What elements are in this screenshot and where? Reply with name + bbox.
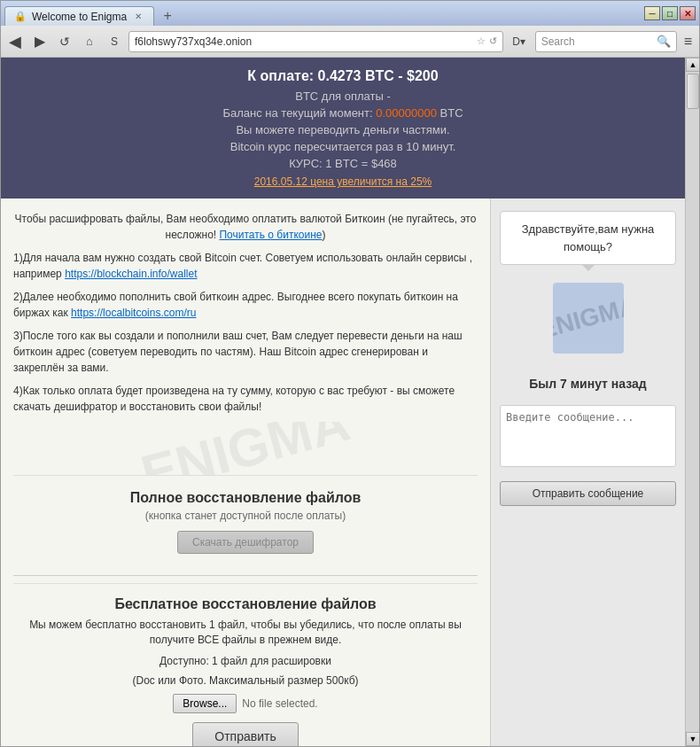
full-recovery-title: Полное восстановление файлов: [27, 490, 463, 506]
active-tab[interactable]: 🔒 Welcome to Enigma ✕: [4, 6, 154, 26]
chat-avatar: ENIGMA: [553, 283, 624, 354]
forward-button[interactable]: ▶: [29, 31, 51, 52]
title-bar: 🔒 Welcome to Enigma ✕ + ─ □ ✕: [1, 1, 699, 26]
file-types: (Doc или Фото. Максимальный размер 500кб…: [26, 674, 465, 687]
free-recovery-desc: Мы можем бесплатно восстановить 1 файл, …: [26, 618, 465, 648]
reload-button[interactable]: ↺: [54, 31, 75, 52]
free-recovery-section: Бесплатное восстановление файлов Мы може…: [13, 583, 478, 746]
message-input[interactable]: [500, 405, 676, 467]
step2-text: 2)Далее необходимо пополнить свой биткои…: [13, 289, 478, 321]
submit-button[interactable]: Отправить: [192, 722, 298, 746]
no-file-label: No file selected.: [242, 697, 317, 710]
free-recovery-title: Бесплатное восстановление файлов: [26, 596, 465, 612]
full-recovery-subtitle: (кнопка станет доступной после оплаты): [27, 510, 463, 522]
menu-button[interactable]: ≡: [681, 32, 696, 51]
search-icon: 🔍: [657, 35, 671, 48]
instructions-text: Чтобы расшифровать файлы, Вам необходимо…: [13, 211, 478, 415]
read-about-link[interactable]: Почитать о биткоине: [219, 229, 322, 241]
warning-label[interactable]: 2016.05.12 цена увеличится на 25%: [19, 175, 667, 188]
tabs-container: 🔒 Welcome to Enigma ✕ +: [4, 1, 177, 26]
address-text: f6lohswy737xq34e.onion: [135, 35, 477, 48]
navigation-bar: ◀ ▶ ↺ ⌂ S f6lohswy737xq34e.onion ☆ ↺ D▾ …: [1, 26, 699, 58]
scroll-track[interactable]: [686, 72, 699, 732]
search-placeholder: Search: [541, 35, 653, 48]
download-decryptor-button[interactable]: Скачать дешифратор: [177, 531, 314, 554]
recalc-label: Bitcoin курс пересчитается раз в 10 мину…: [19, 140, 667, 153]
enigma-icon: D▾: [507, 31, 532, 52]
balance-label: Баланс на текущий момент:: [222, 106, 372, 120]
browser-window: 🔒 Welcome to Enigma ✕ + ─ □ ✕ ◀ ▶ ↺ ⌂ S …: [0, 0, 700, 747]
step1-text: 1)Для начала вам нужно создать свой Bitc…: [13, 250, 478, 282]
bookmark-icon: ☆: [477, 35, 486, 47]
sidebar-icon[interactable]: S: [104, 31, 125, 52]
rate-label: КУРС: 1 BTC = $468: [19, 157, 667, 170]
tab-favicon: 🔒: [14, 11, 27, 22]
watermark: ENIGMA: [135, 422, 356, 475]
partial-label: Вы можете переводить деньги частями.: [19, 123, 667, 136]
scroll-thumb[interactable]: [687, 74, 699, 109]
home-button[interactable]: ⌂: [79, 31, 100, 52]
scroll-down-button[interactable]: ▼: [686, 732, 699, 746]
address-bar[interactable]: f6lohswy737xq34e.onion ☆ ↺: [128, 31, 503, 52]
available-files: Доступно: 1 файл для расшировки: [26, 655, 465, 667]
avatar-watermark: ENIGMA: [553, 292, 624, 345]
watermark-area: ENIGMA: [13, 422, 478, 475]
scrollbar[interactable]: ▲ ▼: [685, 58, 699, 746]
search-bar[interactable]: Search 🔍: [535, 31, 677, 52]
refresh-icon: ↺: [489, 35, 497, 47]
greeting-bubble: Здравствуйте,вам нужна помощь?: [500, 211, 676, 265]
intro-text: Чтобы расшифровать файлы, Вам необходимо…: [13, 211, 478, 243]
browse-button[interactable]: Browse...: [173, 694, 237, 713]
page-content: К оплате: 0.4273 BTC - $200 BТС для опла…: [1, 58, 685, 746]
payment-header: К оплате: 0.4273 BTC - $200 BТС для опла…: [1, 58, 685, 198]
last-seen: Был 7 минут назад: [500, 377, 676, 391]
left-panel: Чтобы расшифровать файлы, Вам необходимо…: [1, 198, 490, 746]
minimize-button[interactable]: ─: [644, 6, 660, 20]
window-controls: ─ □ ✕: [644, 6, 696, 20]
tab-title: Welcome to Enigma: [32, 11, 127, 23]
balance-row: Баланс на текущий момент: 0.00000000 BTC: [19, 106, 667, 120]
localbitcoins-link[interactable]: https://localbitcoins.com/ru: [71, 307, 196, 319]
send-message-button[interactable]: Отправить сообщение: [500, 481, 676, 506]
blockchain-link[interactable]: https://blockchain.info/wallet: [65, 268, 197, 280]
back-button[interactable]: ◀: [4, 31, 26, 52]
balance-unit: BTC: [440, 106, 463, 120]
greeting-text: Здравствуйте,вам нужна помощь?: [522, 222, 655, 253]
maximize-button[interactable]: □: [662, 6, 678, 20]
balance-value: 0.00000000: [376, 106, 437, 120]
full-recovery-section: Полное восстановление файлов (кнопка ста…: [13, 475, 478, 568]
step3-text: 3)После того как вы создали и пополнили …: [13, 328, 478, 376]
new-tab-button[interactable]: +: [158, 6, 177, 26]
main-layout: Чтобы расшифровать файлы, Вам необходимо…: [1, 198, 685, 746]
address-icons: ☆ ↺: [477, 35, 497, 47]
step4-text: 4)Как только оплата будет произведена на…: [13, 383, 478, 415]
right-panel: Здравствуйте,вам нужна помощь? ENIGMA Бы…: [490, 198, 685, 746]
content-area: К оплате: 0.4273 BTC - $200 BТС для опла…: [1, 58, 699, 746]
btc-label: BТС для оплаты -: [19, 89, 667, 103]
payment-amount: К оплате: 0.4273 BTC - $200: [19, 68, 667, 84]
scroll-up-button[interactable]: ▲: [686, 58, 699, 72]
tab-close-button[interactable]: ✕: [132, 11, 144, 23]
close-button[interactable]: ✕: [680, 6, 696, 20]
browse-row: Browse... No file selected.: [26, 694, 465, 713]
